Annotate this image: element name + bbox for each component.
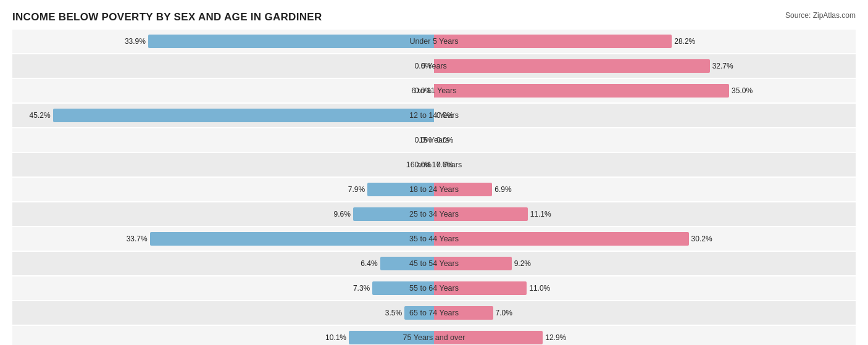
chart-title: INCOME BELOW POVERTY BY SEX AND AGE IN G… (12, 11, 856, 23)
female-bar: 9.2% (434, 257, 512, 270)
female-bar: 6.9% (434, 183, 492, 196)
female-bar: 32.7% (434, 59, 710, 73)
left-side: 7.9% (12, 178, 434, 201)
male-value-label: 7.9% (348, 185, 365, 194)
right-side: 11.1% (434, 202, 856, 226)
female-value-label: 9.2% (514, 259, 531, 268)
right-side: 35.0% (434, 79, 856, 102)
male-bar: 33.9% (148, 35, 434, 48)
female-value-label: 6.9% (495, 185, 511, 194)
bar-row: 0.0%6 to 11 Years35.0% (12, 79, 856, 102)
bar-row: 33.7%35 to 44 Years30.2% (12, 227, 856, 251)
male-value-label: 6.4% (361, 259, 377, 268)
male-value-label: 0.0% (415, 160, 432, 169)
bar-row: 0.0%5 Years32.7% (12, 54, 856, 78)
right-side: 7.0% (434, 301, 856, 325)
male-bar: 9.6% (353, 207, 434, 221)
female-value-label: 7.0% (496, 309, 512, 317)
female-value-label: 0.0% (436, 160, 453, 169)
bar-row: 7.9%18 to 24 Years6.9% (12, 178, 856, 201)
chart-rows: 33.9%Under 5 Years28.2%0.0%5 Years32.7%0… (12, 30, 856, 345)
bar-row: 6.4%45 to 54 Years9.2% (12, 252, 856, 275)
bar-row: 3.5%65 to 74 Years7.0% (12, 301, 856, 325)
male-bar: 7.9% (367, 183, 434, 196)
male-value-label: 7.3% (353, 284, 370, 293)
female-value-label: 11.1% (530, 210, 551, 218)
male-value-label: 33.7% (127, 235, 148, 243)
left-side: 0.0% (12, 79, 434, 102)
bar-row: 0.0%16 and 17 Years0.0% (12, 153, 856, 177)
female-value-label: 35.0% (732, 86, 753, 95)
male-bar: 7.3% (372, 281, 434, 295)
bar-row: 0.0%15 Years0.0% (12, 128, 856, 152)
right-side: 11.0% (434, 276, 856, 300)
female-bar: 28.2% (434, 35, 672, 48)
female-value-label: 12.9% (545, 333, 566, 342)
right-side: 0.0% (434, 104, 856, 127)
bar-row: 10.1%75 Years and over12.9% (12, 326, 856, 345)
right-side: 30.2% (434, 227, 856, 251)
female-bar: 35.0% (434, 84, 729, 98)
female-bar: 11.1% (434, 207, 528, 221)
male-value-label: 45.2% (30, 111, 51, 120)
left-side: 7.3% (12, 276, 434, 300)
female-bar: 12.9% (434, 331, 543, 344)
right-side: 0.0% (434, 153, 856, 177)
right-side: 9.2% (434, 252, 856, 275)
bar-row: 7.3%55 to 64 Years11.0% (12, 276, 856, 300)
right-side: 28.2% (434, 30, 856, 53)
female-value-label: 28.2% (674, 37, 695, 46)
right-side: 0.0% (434, 128, 856, 152)
female-value-label: 0.0% (436, 111, 453, 120)
male-bar: 45.2% (53, 109, 434, 122)
female-bar: 7.0% (434, 306, 493, 320)
left-side: 0.0% (12, 153, 434, 177)
left-side: 33.9% (12, 30, 434, 53)
male-value-label: 0.0% (415, 62, 432, 70)
bar-row: 45.2%12 to 14 Years0.0% (12, 104, 856, 127)
female-value-label: 11.0% (529, 284, 550, 293)
bar-row: 9.6%25 to 34 Years11.1% (12, 202, 856, 226)
left-side: 10.1% (12, 326, 434, 345)
male-value-label: 3.5% (385, 309, 402, 317)
left-side: 9.6% (12, 202, 434, 226)
bar-row: 33.9%Under 5 Years28.2% (12, 30, 856, 53)
female-value-label: 0.0% (436, 136, 453, 144)
male-value-label: 33.9% (125, 37, 146, 46)
female-value-label: 32.7% (712, 62, 733, 70)
left-side: 0.0% (12, 128, 434, 152)
right-side: 6.9% (434, 178, 856, 201)
male-value-label: 9.6% (334, 210, 351, 218)
right-side: 32.7% (434, 54, 856, 78)
male-bar: 3.5% (404, 306, 434, 320)
chart-container: INCOME BELOW POVERTY BY SEX AND AGE IN G… (0, 0, 868, 345)
male-value-label: 10.1% (325, 333, 346, 342)
female-value-label: 30.2% (691, 235, 712, 243)
left-side: 0.0% (12, 54, 434, 78)
left-side: 6.4% (12, 252, 434, 275)
source-label: Source: ZipAtlas.com (785, 11, 856, 20)
male-bar: 10.1% (349, 331, 434, 344)
male-value-label: 0.0% (415, 136, 432, 144)
left-side: 45.2% (12, 104, 434, 127)
male-bar: 33.7% (150, 232, 434, 246)
male-value-label: 0.0% (415, 86, 432, 95)
female-bar: 30.2% (434, 232, 689, 246)
male-bar: 6.4% (380, 257, 434, 270)
right-side: 12.9% (434, 326, 856, 345)
left-side: 33.7% (12, 227, 434, 251)
left-side: 3.5% (12, 301, 434, 325)
female-bar: 11.0% (434, 281, 527, 295)
